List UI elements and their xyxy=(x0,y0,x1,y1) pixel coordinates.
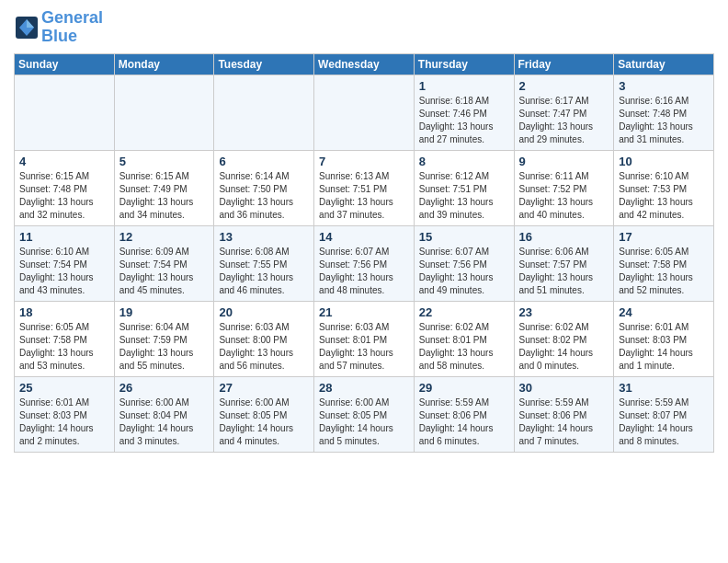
day-number: 28 xyxy=(319,381,409,395)
day-cell xyxy=(15,75,115,150)
day-cell xyxy=(114,75,214,150)
day-number: 23 xyxy=(519,305,609,319)
day-cell: 15Sunrise: 6:07 AMSunset: 7:56 PMDayligh… xyxy=(414,225,514,301)
calendar-table: SundayMondayTuesdayWednesdayThursdayFrid… xyxy=(14,53,714,453)
header-row: SundayMondayTuesdayWednesdayThursdayFrid… xyxy=(15,53,714,75)
day-info: Sunrise: 6:12 AMSunset: 7:51 PMDaylight:… xyxy=(419,170,509,222)
day-number: 14 xyxy=(319,230,409,244)
day-number: 30 xyxy=(519,381,609,395)
day-cell: 23Sunrise: 6:02 AMSunset: 8:02 PMDayligh… xyxy=(514,301,614,376)
header: General Blue xyxy=(14,9,714,46)
day-cell: 11Sunrise: 6:10 AMSunset: 7:54 PMDayligh… xyxy=(15,225,115,301)
col-header-sunday: Sunday xyxy=(15,53,115,75)
col-header-monday: Monday xyxy=(114,53,214,75)
day-info: Sunrise: 6:04 AMSunset: 7:59 PMDaylight:… xyxy=(119,321,210,373)
day-info: Sunrise: 6:16 AMSunset: 7:48 PMDaylight:… xyxy=(619,95,709,146)
page: General Blue SundayMondayTuesdayWednesda… xyxy=(0,0,728,563)
day-cell: 28Sunrise: 6:00 AMSunset: 8:05 PMDayligh… xyxy=(314,376,415,452)
day-number: 29 xyxy=(419,381,509,395)
day-info: Sunrise: 6:06 AMSunset: 7:57 PMDaylight:… xyxy=(519,246,609,297)
day-cell: 6Sunrise: 6:14 AMSunset: 7:50 PMDaylight… xyxy=(214,150,314,225)
day-info: Sunrise: 6:09 AMSunset: 7:54 PMDaylight:… xyxy=(119,246,210,297)
day-cell: 29Sunrise: 5:59 AMSunset: 8:06 PMDayligh… xyxy=(414,376,514,452)
day-cell: 7Sunrise: 6:13 AMSunset: 7:51 PMDaylight… xyxy=(314,150,415,225)
day-number: 31 xyxy=(619,381,709,395)
day-info: Sunrise: 6:13 AMSunset: 7:51 PMDaylight:… xyxy=(319,170,409,222)
day-info: Sunrise: 6:10 AMSunset: 7:53 PMDaylight:… xyxy=(619,170,709,222)
day-info: Sunrise: 6:15 AMSunset: 7:48 PMDaylight:… xyxy=(19,170,109,222)
day-number: 12 xyxy=(119,230,210,244)
day-cell: 26Sunrise: 6:00 AMSunset: 8:04 PMDayligh… xyxy=(114,376,214,452)
week-row-4: 18Sunrise: 6:05 AMSunset: 7:58 PMDayligh… xyxy=(15,301,714,376)
day-info: Sunrise: 6:17 AMSunset: 7:47 PMDaylight:… xyxy=(519,95,609,146)
day-info: Sunrise: 6:07 AMSunset: 7:56 PMDaylight:… xyxy=(419,246,509,297)
col-header-friday: Friday xyxy=(514,53,614,75)
day-number: 18 xyxy=(19,305,109,319)
week-row-5: 25Sunrise: 6:01 AMSunset: 8:03 PMDayligh… xyxy=(15,376,714,452)
day-info: Sunrise: 6:02 AMSunset: 8:02 PMDaylight:… xyxy=(519,321,609,373)
day-number: 25 xyxy=(19,381,109,395)
day-number: 2 xyxy=(519,79,609,93)
day-cell xyxy=(314,75,415,150)
day-cell: 31Sunrise: 5:59 AMSunset: 8:07 PMDayligh… xyxy=(614,376,714,452)
day-info: Sunrise: 6:05 AMSunset: 7:58 PMDaylight:… xyxy=(619,246,709,297)
day-number: 20 xyxy=(219,305,309,319)
day-info: Sunrise: 6:15 AMSunset: 7:49 PMDaylight:… xyxy=(119,170,210,222)
day-number: 11 xyxy=(19,230,109,244)
day-cell: 12Sunrise: 6:09 AMSunset: 7:54 PMDayligh… xyxy=(114,225,214,301)
day-number: 27 xyxy=(219,381,309,395)
day-info: Sunrise: 6:03 AMSunset: 8:00 PMDaylight:… xyxy=(219,321,309,373)
day-info: Sunrise: 6:00 AMSunset: 8:05 PMDaylight:… xyxy=(219,396,309,448)
day-info: Sunrise: 6:14 AMSunset: 7:50 PMDaylight:… xyxy=(219,170,309,222)
day-cell: 1Sunrise: 6:18 AMSunset: 7:46 PMDaylight… xyxy=(414,75,514,150)
day-number: 5 xyxy=(119,155,210,168)
logo-text: General Blue xyxy=(41,9,103,46)
col-header-saturday: Saturday xyxy=(614,53,714,75)
day-cell: 10Sunrise: 6:10 AMSunset: 7:53 PMDayligh… xyxy=(614,150,714,225)
day-number: 13 xyxy=(219,230,309,244)
day-cell: 25Sunrise: 6:01 AMSunset: 8:03 PMDayligh… xyxy=(15,376,115,452)
day-number: 9 xyxy=(519,155,609,168)
day-number: 10 xyxy=(619,155,709,168)
day-cell: 17Sunrise: 6:05 AMSunset: 7:58 PMDayligh… xyxy=(614,225,714,301)
day-number: 22 xyxy=(419,305,509,319)
day-info: Sunrise: 6:05 AMSunset: 7:58 PMDaylight:… xyxy=(19,321,109,373)
day-info: Sunrise: 6:18 AMSunset: 7:46 PMDaylight:… xyxy=(419,95,509,146)
day-cell: 24Sunrise: 6:01 AMSunset: 8:03 PMDayligh… xyxy=(614,301,714,376)
day-cell: 4Sunrise: 6:15 AMSunset: 7:48 PMDaylight… xyxy=(15,150,115,225)
day-info: Sunrise: 6:01 AMSunset: 8:03 PMDaylight:… xyxy=(619,321,709,373)
day-cell xyxy=(214,75,314,150)
day-cell: 30Sunrise: 5:59 AMSunset: 8:06 PMDayligh… xyxy=(514,376,614,452)
day-info: Sunrise: 6:10 AMSunset: 7:54 PMDaylight:… xyxy=(19,246,109,297)
day-number: 15 xyxy=(419,230,509,244)
day-info: Sunrise: 5:59 AMSunset: 8:06 PMDaylight:… xyxy=(519,396,609,448)
week-row-2: 4Sunrise: 6:15 AMSunset: 7:48 PMDaylight… xyxy=(15,150,714,225)
day-info: Sunrise: 6:08 AMSunset: 7:55 PMDaylight:… xyxy=(219,246,309,297)
day-cell: 27Sunrise: 6:00 AMSunset: 8:05 PMDayligh… xyxy=(214,376,314,452)
day-info: Sunrise: 6:02 AMSunset: 8:01 PMDaylight:… xyxy=(419,321,509,373)
day-cell: 19Sunrise: 6:04 AMSunset: 7:59 PMDayligh… xyxy=(114,301,214,376)
col-header-thursday: Thursday xyxy=(414,53,514,75)
day-info: Sunrise: 6:00 AMSunset: 8:05 PMDaylight:… xyxy=(319,396,409,448)
col-header-wednesday: Wednesday xyxy=(314,53,415,75)
logo: General Blue xyxy=(14,9,103,46)
day-number: 4 xyxy=(19,155,109,168)
col-header-tuesday: Tuesday xyxy=(214,53,314,75)
day-number: 8 xyxy=(419,155,509,168)
day-number: 26 xyxy=(119,381,210,395)
day-cell: 13Sunrise: 6:08 AMSunset: 7:55 PMDayligh… xyxy=(214,225,314,301)
day-cell: 18Sunrise: 6:05 AMSunset: 7:58 PMDayligh… xyxy=(15,301,115,376)
day-number: 3 xyxy=(619,79,709,93)
day-info: Sunrise: 6:11 AMSunset: 7:52 PMDaylight:… xyxy=(519,170,609,222)
day-number: 1 xyxy=(419,79,509,93)
day-cell: 16Sunrise: 6:06 AMSunset: 7:57 PMDayligh… xyxy=(514,225,614,301)
day-info: Sunrise: 6:01 AMSunset: 8:03 PMDaylight:… xyxy=(19,396,109,448)
day-cell: 3Sunrise: 6:16 AMSunset: 7:48 PMDaylight… xyxy=(614,75,714,150)
day-cell: 8Sunrise: 6:12 AMSunset: 7:51 PMDaylight… xyxy=(414,150,514,225)
day-cell: 14Sunrise: 6:07 AMSunset: 7:56 PMDayligh… xyxy=(314,225,415,301)
day-cell: 2Sunrise: 6:17 AMSunset: 7:47 PMDaylight… xyxy=(514,75,614,150)
logo-icon xyxy=(14,15,40,40)
week-row-3: 11Sunrise: 6:10 AMSunset: 7:54 PMDayligh… xyxy=(15,225,714,301)
day-number: 21 xyxy=(319,305,409,319)
day-number: 6 xyxy=(219,155,309,168)
